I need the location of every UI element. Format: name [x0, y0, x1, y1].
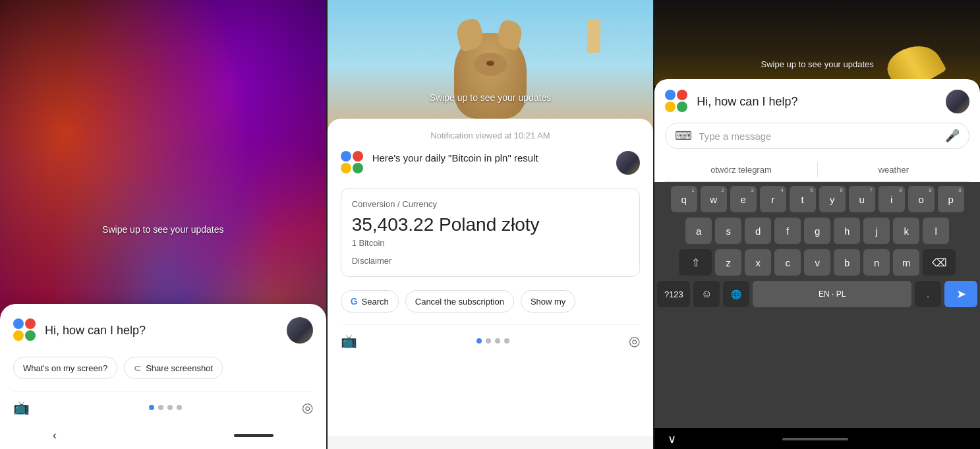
- key-m[interactable]: m: [893, 249, 919, 276]
- share-screenshot-label: Share screenshot: [146, 363, 213, 373]
- key-space[interactable]: EN · PL: [753, 281, 911, 307]
- assistant-header-panel3: Hi, how can I help?: [665, 90, 969, 113]
- key-g[interactable]: g: [804, 218, 830, 244]
- key-send[interactable]: ➤: [944, 281, 977, 307]
- suggestion-weather[interactable]: weather: [818, 158, 969, 181]
- key-w[interactable]: 2w: [701, 186, 727, 212]
- key-num-2: 2: [721, 187, 724, 193]
- key-num-1: 1: [691, 187, 694, 193]
- chevron-down-icon-panel3[interactable]: ∨: [668, 432, 676, 446]
- key-backspace[interactable]: ⌫: [923, 249, 956, 276]
- key-num-3: 3: [751, 187, 753, 193]
- message-input-row[interactable]: ⌨ Type a message 🎤: [665, 123, 969, 149]
- dot-indicators-panel1: [149, 405, 182, 410]
- key-e[interactable]: 3e: [730, 186, 757, 212]
- home-bar-panel3[interactable]: [782, 438, 848, 440]
- key-t[interactable]: 5t: [790, 186, 816, 212]
- key-h[interactable]: h: [834, 218, 860, 244]
- key-x[interactable]: x: [745, 249, 771, 276]
- keyboard: 1q 2w 3e 4r 5t 6y 7u 8i 9o 0p a s d f g …: [654, 182, 980, 428]
- result-value: 35,403.22 Poland złoty: [352, 214, 629, 235]
- key-z[interactable]: z: [715, 249, 741, 276]
- key-row-2: a s d f g h j k l: [657, 218, 977, 244]
- back-button-panel1[interactable]: ‹: [53, 429, 57, 442]
- result-unit: 1 Bitcoin: [352, 238, 629, 248]
- home-bar-panel1[interactable]: [234, 434, 274, 437]
- key-a[interactable]: a: [685, 218, 712, 244]
- key-num-9: 9: [929, 187, 931, 193]
- dot-2: [158, 405, 163, 410]
- input-placeholder: Type a message: [699, 131, 938, 142]
- key-s[interactable]: s: [715, 218, 741, 244]
- key-i[interactable]: 8i: [879, 186, 905, 212]
- result-disclaimer: Disclaimer: [352, 256, 629, 266]
- key-r[interactable]: 4r: [760, 186, 786, 212]
- cancel-subscription-chip[interactable]: Cancel the subscription: [405, 290, 514, 313]
- assistant-bottom-bar-panel1: 📺 ◎: [13, 391, 313, 423]
- google-dot-red-p3: [677, 90, 687, 100]
- google-dot-green: [25, 330, 36, 341]
- google-dot-green-p2: [353, 163, 363, 173]
- google-g-icon: G: [351, 296, 358, 307]
- tv-icon-panel1[interactable]: 📺: [13, 400, 30, 415]
- google-assistant-logo: [13, 318, 37, 342]
- key-f[interactable]: f: [774, 218, 801, 244]
- whats-on-screen-label: What's on my screen?: [23, 363, 107, 373]
- assistant-logo-area: Hi, how can I help?: [13, 318, 146, 342]
- notification-text: Here's your daily "Bitcoin in pln" resul…: [372, 151, 538, 165]
- share-screenshot-chip[interactable]: ⊂ Share screenshot: [124, 357, 223, 379]
- key-k[interactable]: k: [893, 218, 919, 244]
- key-l[interactable]: l: [923, 218, 949, 244]
- suggestion-telegram[interactable]: otwórz telegram: [665, 158, 817, 181]
- key-period[interactable]: .: [915, 281, 941, 307]
- key-sym[interactable]: ?123: [657, 281, 690, 307]
- mic-icon[interactable]: 🎤: [945, 129, 960, 143]
- show-my-chip[interactable]: Show my: [521, 290, 575, 313]
- explore-icon-panel1[interactable]: ◎: [302, 400, 313, 415]
- key-row-1: 1q 2w 3e 4r 5t 6y 7u 8i 9o 0p: [657, 186, 977, 212]
- explore-icon-panel2[interactable]: ◎: [629, 333, 640, 349]
- key-num-6: 6: [840, 187, 842, 193]
- google-assistant-logo-p3: [665, 90, 689, 113]
- keyboard-icon: ⌨: [675, 129, 692, 143]
- key-d[interactable]: d: [745, 218, 771, 244]
- key-num-5: 5: [810, 187, 813, 193]
- key-shift[interactable]: ⇧: [679, 249, 712, 276]
- google-dot-green-p3: [677, 102, 687, 112]
- suggestion-chips-panel1: What's on my screen? ⊂ Share screenshot: [13, 357, 313, 379]
- dot-p2-4: [504, 338, 509, 344]
- key-globe[interactable]: 🌐: [723, 281, 749, 307]
- swipe-text-panel3: Swipe up to see your updates: [654, 59, 980, 69]
- cancel-subscription-label: Cancel the subscription: [415, 297, 504, 307]
- key-b[interactable]: b: [834, 249, 860, 276]
- key-y[interactable]: 6y: [819, 186, 846, 212]
- google-dot-yellow: [13, 330, 24, 341]
- key-emoji[interactable]: ☺: [693, 281, 720, 307]
- key-n[interactable]: n: [863, 249, 890, 276]
- beach-photo-panel2: Swipe up to see your updates: [328, 0, 654, 132]
- dot-p2-1: [476, 338, 482, 344]
- key-q[interactable]: 1q: [671, 186, 697, 212]
- avatar-panel2: [616, 151, 640, 175]
- greeting-text-panel3: Hi, how can I help?: [697, 95, 797, 109]
- whats-on-screen-chip[interactable]: What's on my screen?: [13, 357, 117, 379]
- avatar-panel3: [946, 90, 969, 113]
- dog-nose: [486, 61, 494, 66]
- key-v[interactable]: v: [804, 249, 830, 276]
- key-o[interactable]: 9o: [908, 186, 935, 212]
- google-dot-yellow-p3: [665, 102, 676, 112]
- assistant-card-panel3: Hi, how can I help? ⌨ Type a message 🎤 o…: [654, 79, 980, 182]
- key-c[interactable]: c: [774, 249, 801, 276]
- key-u[interactable]: 7u: [849, 186, 875, 212]
- tv-icon-panel2[interactable]: 📺: [341, 333, 357, 349]
- dot-4: [177, 405, 182, 410]
- search-chip[interactable]: G Search: [341, 290, 399, 313]
- dot-p2-2: [486, 338, 491, 344]
- key-j[interactable]: j: [863, 218, 890, 244]
- swipe-text-panel2: Swipe up to see your updates: [328, 92, 654, 103]
- nav-bar-panel3: ∨: [654, 428, 980, 449]
- key-p[interactable]: 0p: [938, 186, 964, 212]
- assistant-card-panel1: Hi, how can I help? What's on my screen?…: [0, 304, 326, 449]
- notification-card-panel2: Notification viewed at 10:21 AM Here's y…: [328, 119, 654, 436]
- dot-3: [167, 405, 173, 410]
